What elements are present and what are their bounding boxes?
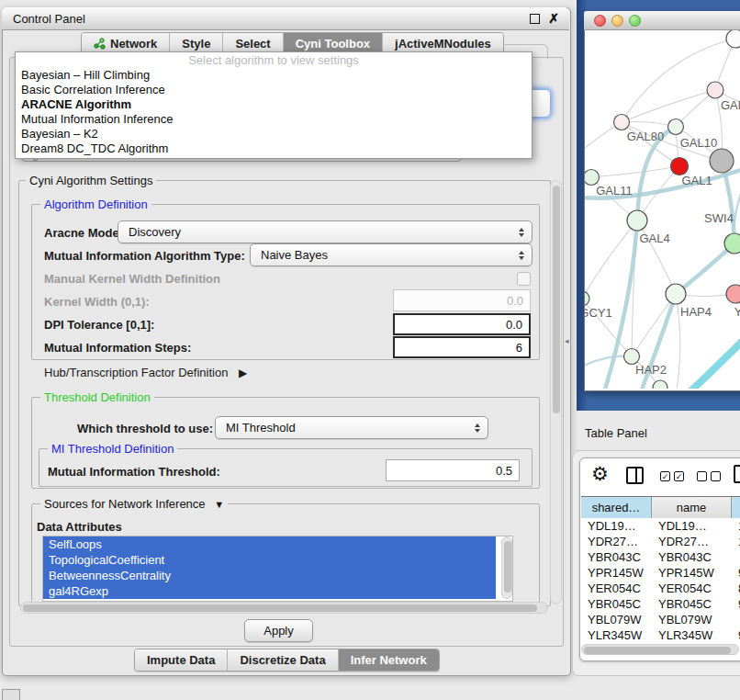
table-row[interactable]: YLR345WYLR345W9.	[581, 627, 740, 643]
close-icon[interactable]: ✗	[548, 11, 559, 26]
node-hap2[interactable]	[624, 349, 640, 365]
screen: { "icons": { "close": "✗", "check": "✓",…	[0, 0, 740, 700]
network-canvas[interactable]: GALGAL80GAL10GAL1GAL11GAL4SWI4GCY1HAP4YH…	[585, 30, 740, 389]
node-gal1[interactable]	[671, 158, 689, 175]
table-panel-title: Table Panel	[585, 426, 647, 440]
aracne-mode-combo[interactable]: Discovery	[118, 220, 533, 243]
node-gal80[interactable]	[614, 115, 630, 130]
split-view-icon[interactable]	[626, 467, 644, 484]
table-row[interactable]: YBR043CYBR043C	[581, 549, 740, 565]
table-cell	[732, 549, 740, 565]
table-cell: YDR27…	[581, 534, 652, 549]
node-top[interactable]	[726, 30, 740, 48]
table-cell: YBL079W	[581, 612, 652, 627]
table-row[interactable]: YDL19…YDL19…13	[581, 518, 740, 534]
kernel-width-input[interactable]: 0.0	[393, 289, 531, 311]
attr-list-scrollbar-thumb[interactable]	[504, 541, 511, 593]
expand-right-icon[interactable]: ▶	[239, 367, 247, 379]
aracne-mode-label: Aracne Mode:	[44, 226, 123, 240]
settings-scrollbar[interactable]	[550, 180, 562, 604]
tab-discretize-data[interactable]: Discretize Data	[228, 649, 338, 671]
column-header-shared-[interactable]: shared…	[581, 497, 652, 518]
node-label: HAP2	[635, 363, 667, 377]
node-label: SWI4	[704, 211, 734, 225]
table-row[interactable]: YPR145WYPR145W9.	[581, 565, 740, 581]
zoom-traffic-light-icon[interactable]	[629, 15, 641, 27]
kernel-width-value: 0.0	[507, 294, 523, 308]
spinner-icon	[519, 228, 524, 237]
node-gcy1[interactable]	[585, 291, 589, 306]
manual-kernel-width-checkbox[interactable]	[517, 272, 531, 286]
node-gal4[interactable]	[627, 210, 647, 231]
unchecked-checkbox-icon[interactable]	[711, 471, 721, 481]
settings-scrollbar-thumb[interactable]	[553, 186, 560, 413]
splitter-handle-icon[interactable]: ◂	[565, 336, 569, 345]
sources-title[interactable]: Sources for Network Inference ▼	[40, 498, 228, 511]
checked-checkbox-icon[interactable]: ✓	[674, 471, 684, 481]
node-gal-partial[interactable]	[707, 82, 723, 98]
control-panel-titlebar[interactable]: Control Panel ✗	[2, 7, 569, 30]
node-salmon[interactable]	[726, 285, 740, 303]
attribute-item-topologicalcoefficient[interactable]: TopologicalCoefficient	[43, 552, 496, 568]
mi-threshold-input[interactable]: 0.5	[386, 459, 520, 481]
bottom-tab-bar: Impute DataDiscretize DataInfer Network	[134, 649, 440, 672]
tab-label: Impute Data	[147, 653, 215, 667]
document-icon[interactable]	[734, 465, 740, 483]
table-row[interactable]: YBR045CYBR045C9.	[581, 596, 740, 612]
column-header-name[interactable]: name	[652, 497, 732, 518]
close-traffic-light-icon[interactable]	[594, 15, 606, 27]
node-label: GAL	[721, 98, 740, 112]
unchecked-checkbox-icon[interactable]	[697, 471, 707, 481]
mi-steps-label: Mutual Information Steps:	[44, 341, 191, 355]
node-swi4[interactable]	[724, 233, 740, 254]
minimized-panel-icon[interactable]	[2, 689, 20, 700]
data-attributes-list[interactable]: SelfLoopsTopologicalCoefficientBetweenne…	[42, 536, 513, 602]
dpi-tolerance-value: 0.0	[506, 318, 522, 332]
checked-checkbox-icon[interactable]: ✓	[660, 471, 670, 481]
table-row[interactable]: YBL079WYBL079W	[581, 612, 740, 627]
table-hscrollbar-thumb[interactable]	[584, 647, 731, 654]
dropdown-item-mutual-information-inference[interactable]: Mutual Information Inference	[16, 112, 532, 127]
table-cell: YBR045C	[581, 596, 652, 612]
settings-hscrollbar-thumb[interactable]	[23, 604, 537, 612]
tab-impute-data[interactable]: Impute Data	[135, 649, 228, 671]
network-window-titlebar[interactable]	[584, 11, 740, 30]
node-gal11[interactable]	[585, 170, 600, 186]
column-header-2[interactable]	[732, 497, 740, 518]
apply-button[interactable]: Apply	[244, 619, 313, 642]
node-gal10[interactable]	[668, 119, 684, 135]
mi-steps-input[interactable]: 6	[393, 336, 531, 358]
dropdown-item-bayesian-k2[interactable]: Bayesian – K2	[16, 127, 532, 141]
manual-kernel-width-label: Manual Kernel Width Definition	[44, 272, 220, 286]
table-row[interactable]: YER054CYER054C8.	[581, 581, 740, 596]
table-hscrollbar[interactable]	[581, 644, 739, 655]
node-hap4[interactable]	[666, 284, 686, 304]
tab-infer-network[interactable]: Infer Network	[339, 649, 439, 671]
algorithm-dropdown-list: Bayesian – Hill ClimbingBasic Correlatio…	[16, 68, 532, 156]
dropdown-item-aracne-algorithm[interactable]: ARACNE Algorithm	[16, 97, 532, 112]
algorithm-dropdown-placeholder: Select algorithm to view settings	[16, 52, 532, 68]
attr-list-scrollbar[interactable]	[501, 536, 512, 599]
mi-algorithm-type-combo[interactable]: Naive Bayes	[250, 243, 533, 266]
gear-icon[interactable]: ⚙	[591, 464, 609, 483]
dpi-tolerance-input[interactable]: 0.0	[393, 313, 531, 335]
dropdown-item-basic-correlation-inference[interactable]: Basic Correlation Inference	[16, 83, 532, 97]
settings-hscrollbar[interactable]	[20, 602, 548, 614]
attribute-item-selfloops[interactable]: SelfLoops	[43, 536, 496, 552]
table-cell: YBR043C	[581, 549, 652, 565]
node-label: GAL80	[627, 130, 664, 143]
collapse-down-icon[interactable]: ▼	[214, 499, 224, 510]
table-row[interactable]: YDR27…YDR27…12	[581, 534, 740, 549]
table-cell: YBL079W	[652, 612, 732, 627]
dropdown-item-bayesian-hill-climbing[interactable]: Bayesian – Hill Climbing	[16, 68, 532, 83]
threshold-definition-title: Threshold Definition	[40, 391, 154, 403]
dropdown-item-dream8-dc-tdc-algorithm[interactable]: Dream8 DC_TDC Algorithm	[16, 141, 532, 156]
minimize-traffic-light-icon[interactable]	[611, 15, 623, 27]
attribute-item-gal4rgexp[interactable]: gal4RGexp	[43, 583, 496, 599]
attribute-item-betweennesscentrality[interactable]: BetweennessCentrality	[43, 568, 496, 583]
table-cell: YDL19…	[581, 518, 652, 534]
hub-definition-label[interactable]: Hub/Transcription Factor Definition ▶	[44, 366, 247, 379]
node-gray[interactable]	[710, 149, 734, 173]
which-threshold-combo[interactable]: MI Threshold	[215, 416, 488, 439]
float-window-icon[interactable]	[530, 14, 540, 24]
